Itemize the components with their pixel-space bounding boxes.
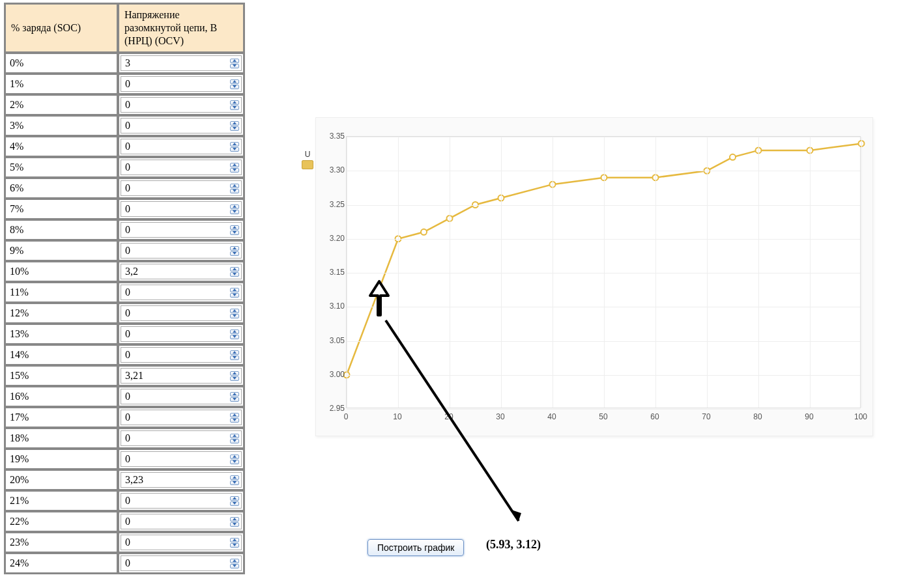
number-spinner[interactable] xyxy=(229,370,240,382)
spinner-up-icon[interactable] xyxy=(230,246,239,251)
ocv-input[interactable]: 3,23 xyxy=(121,472,242,488)
spinner-up-icon[interactable] xyxy=(230,309,239,313)
ocv-input[interactable]: 0 xyxy=(121,305,242,321)
ocv-input[interactable]: 0 xyxy=(121,451,242,467)
spinner-up-icon[interactable] xyxy=(230,100,239,105)
ocv-input[interactable]: 0 xyxy=(121,139,242,154)
spinner-up-icon[interactable] xyxy=(230,371,239,376)
spinner-up-icon[interactable] xyxy=(230,329,239,334)
spinner-down-icon[interactable] xyxy=(230,231,239,235)
spinner-down-icon[interactable] xyxy=(230,543,239,548)
ocv-input[interactable]: 0 xyxy=(121,97,242,113)
number-spinner[interactable] xyxy=(229,287,240,298)
ocv-input[interactable]: 3 xyxy=(121,55,242,71)
spinner-up-icon[interactable] xyxy=(230,142,239,147)
spinner-down-icon[interactable] xyxy=(230,439,239,443)
spinner-up-icon[interactable] xyxy=(230,538,239,542)
ocv-input[interactable]: 0 xyxy=(121,555,242,571)
number-spinner[interactable] xyxy=(229,307,240,319)
spinner-down-icon[interactable] xyxy=(230,293,239,298)
ocv-input[interactable]: 0 xyxy=(121,514,242,529)
ocv-input[interactable]: 0 xyxy=(121,430,242,446)
spinner-down-icon[interactable] xyxy=(230,501,239,506)
spinner-up-icon[interactable] xyxy=(230,267,239,272)
number-spinner[interactable] xyxy=(229,203,240,215)
spinner-up-icon[interactable] xyxy=(230,559,239,563)
build-chart-button[interactable]: Построить график xyxy=(367,539,464,556)
spinner-down-icon[interactable] xyxy=(230,460,239,464)
ocv-input[interactable]: 0 xyxy=(121,76,242,92)
ocv-input[interactable]: 3,2 xyxy=(121,264,242,279)
spinner-down-icon[interactable] xyxy=(230,564,239,568)
spinner-down-icon[interactable] xyxy=(230,251,239,256)
spinner-down-icon[interactable] xyxy=(230,418,239,423)
number-spinner[interactable] xyxy=(229,391,240,402)
number-spinner[interactable] xyxy=(229,328,240,340)
spinner-down-icon[interactable] xyxy=(230,64,239,68)
spinner-down-icon[interactable] xyxy=(230,314,239,318)
spinner-down-icon[interactable] xyxy=(230,147,239,152)
spinner-up-icon[interactable] xyxy=(230,496,239,501)
number-spinner[interactable] xyxy=(229,245,240,257)
spinner-down-icon[interactable] xyxy=(230,126,239,131)
number-spinner[interactable] xyxy=(229,432,240,444)
spinner-down-icon[interactable] xyxy=(230,376,239,381)
ocv-input[interactable]: 0 xyxy=(121,180,242,196)
spinner-up-icon[interactable] xyxy=(230,392,239,397)
ocv-input[interactable]: 0 xyxy=(121,389,242,404)
spinner-up-icon[interactable] xyxy=(230,455,239,459)
spinner-down-icon[interactable] xyxy=(230,85,239,89)
spinner-down-icon[interactable] xyxy=(230,168,239,173)
spinner-up-icon[interactable] xyxy=(230,121,239,126)
number-spinner[interactable] xyxy=(229,161,240,173)
spinner-up-icon[interactable] xyxy=(230,517,239,522)
ocv-input[interactable]: 0 xyxy=(121,201,242,217)
ocv-input[interactable]: 0 xyxy=(121,222,242,238)
number-spinner[interactable] xyxy=(229,557,240,569)
number-spinner[interactable] xyxy=(229,474,240,486)
ocv-input[interactable]: 0 xyxy=(121,243,242,259)
spinner-down-icon[interactable] xyxy=(230,481,239,485)
number-spinner[interactable] xyxy=(229,120,240,132)
number-spinner[interactable] xyxy=(229,495,240,507)
number-spinner[interactable] xyxy=(229,78,240,90)
spinner-up-icon[interactable] xyxy=(230,288,239,292)
spinner-up-icon[interactable] xyxy=(230,163,239,167)
ocv-input[interactable]: 0 xyxy=(121,347,242,363)
spinner-up-icon[interactable] xyxy=(230,79,239,84)
number-spinner[interactable] xyxy=(229,224,240,236)
spinner-down-icon[interactable] xyxy=(230,189,239,193)
number-spinner[interactable] xyxy=(229,516,240,527)
spinner-down-icon[interactable] xyxy=(230,397,239,402)
number-spinner[interactable] xyxy=(229,349,240,361)
ocv-input[interactable]: 0 xyxy=(121,493,242,509)
ocv-input[interactable]: 0 xyxy=(121,118,242,133)
ocv-input[interactable]: 0 xyxy=(121,285,242,300)
number-spinner[interactable] xyxy=(229,141,240,152)
spinner-up-icon[interactable] xyxy=(230,434,239,438)
spinner-down-icon[interactable] xyxy=(230,522,239,527)
spinner-down-icon[interactable] xyxy=(230,272,239,277)
spinner-down-icon[interactable] xyxy=(230,335,239,339)
ocv-input[interactable]: 0 xyxy=(121,160,242,175)
spinner-up-icon[interactable] xyxy=(230,413,239,417)
spinner-up-icon[interactable] xyxy=(230,225,239,230)
ocv-input[interactable]: 0 xyxy=(121,535,242,550)
spinner-up-icon[interactable] xyxy=(230,475,239,480)
number-spinner[interactable] xyxy=(229,99,240,111)
number-spinner[interactable] xyxy=(229,266,240,277)
number-spinner[interactable] xyxy=(229,537,240,548)
spinner-down-icon[interactable] xyxy=(230,105,239,110)
number-spinner[interactable] xyxy=(229,453,240,465)
ocv-input[interactable]: 3,21 xyxy=(121,368,242,384)
spinner-down-icon[interactable] xyxy=(230,210,239,214)
spinner-up-icon[interactable] xyxy=(230,184,239,188)
ocv-input[interactable]: 0 xyxy=(121,326,242,342)
spinner-up-icon[interactable] xyxy=(230,204,239,209)
number-spinner[interactable] xyxy=(229,412,240,423)
ocv-input[interactable]: 0 xyxy=(121,410,242,425)
spinner-up-icon[interactable] xyxy=(230,59,239,63)
number-spinner[interactable] xyxy=(229,182,240,194)
number-spinner[interactable] xyxy=(229,57,240,69)
spinner-up-icon[interactable] xyxy=(230,350,239,355)
